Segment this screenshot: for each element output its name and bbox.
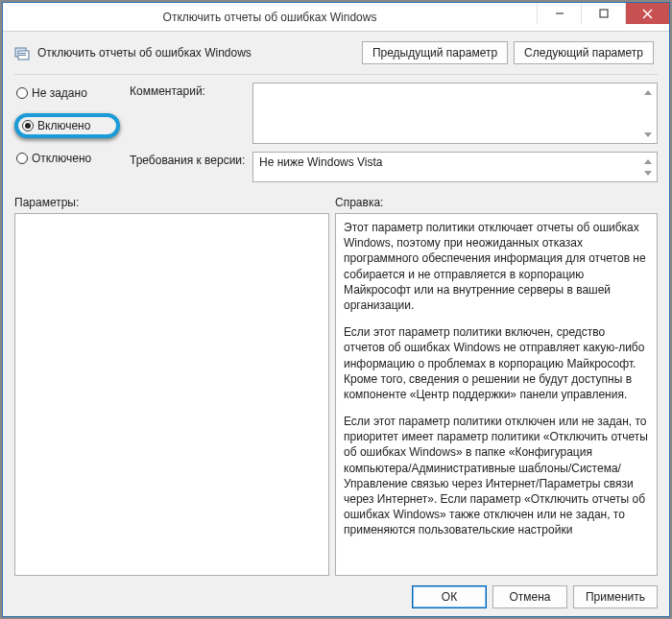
policy-title: Отключить отчеты об ошибках Windows (37, 46, 354, 60)
radio-icon (22, 120, 34, 131)
dialog-footer: ОК Отмена Применить (14, 576, 658, 608)
svg-rect-1 (600, 10, 608, 17)
content-area: Отключить отчеты об ошибках Windows Пред… (3, 32, 669, 616)
scroll-down-icon[interactable] (641, 128, 655, 141)
help-label: Справка: (335, 196, 383, 209)
previous-setting-button[interactable]: Предыдущий параметр (362, 41, 508, 64)
radio-icon (16, 87, 28, 99)
policy-editor-window: Отключить отчеты об ошибках Windows Откл… (2, 2, 670, 617)
comment-input[interactable] (252, 83, 658, 144)
close-button[interactable] (625, 3, 669, 24)
help-pane: Этот параметр политики отключает отчеты … (335, 213, 658, 576)
svg-rect-7 (19, 55, 26, 56)
nav-buttons: Предыдущий параметр Следующий параметр (362, 41, 654, 64)
titlebar: Отключить отчеты об ошибках Windows (3, 3, 669, 32)
requirements-display: Не ниже Windows Vista (252, 152, 658, 182)
comment-label: Комментарий: (130, 83, 247, 144)
policy-icon (14, 45, 30, 60)
panes-row: Этот параметр политики отключает отчеты … (14, 213, 658, 576)
minimize-button[interactable] (537, 3, 581, 24)
svg-rect-6 (19, 53, 26, 54)
scroll-up-icon[interactable] (641, 85, 655, 99)
help-paragraph: Если этот параметр политики отключен или… (344, 414, 649, 538)
state-radio-group: Не задано Включено Отключено (14, 83, 120, 182)
cancel-button[interactable]: Отмена (492, 585, 567, 608)
radio-disabled[interactable]: Отключено (14, 150, 120, 167)
help-paragraph: Этот параметр политики отключает отчеты … (344, 220, 649, 313)
radio-label: Отключено (32, 152, 91, 165)
window-controls (537, 3, 669, 31)
requirements-value: Не ниже Windows Vista (259, 155, 383, 169)
header-row: Отключить отчеты об ошибках Windows Пред… (14, 41, 658, 64)
divider (14, 74, 658, 75)
window-title: Отключить отчеты об ошибках Windows (3, 11, 537, 24)
radio-enabled[interactable]: Включено (14, 113, 120, 138)
parameters-label: Параметры: (14, 196, 335, 209)
radio-label: Включено (37, 119, 90, 132)
comment-row: Комментарий: (130, 83, 658, 144)
parameters-pane (14, 213, 329, 576)
maximize-button[interactable] (581, 3, 625, 24)
apply-button[interactable]: Применить (573, 585, 658, 608)
requirements-label: Требования к версии: (130, 152, 247, 182)
radio-not-configured[interactable]: Не задано (14, 84, 120, 102)
radio-label: Не задано (32, 86, 87, 100)
config-row: Не задано Включено Отключено Комментарий… (14, 83, 658, 182)
fields-column: Комментарий: Требования к версии: (130, 83, 658, 182)
ok-button[interactable]: ОК (412, 585, 487, 608)
help-paragraph: Если этот параметр политики включен, сре… (344, 324, 649, 402)
section-labels: Параметры: Справка: (14, 196, 658, 209)
scroll-down-icon[interactable] (641, 166, 655, 179)
next-setting-button[interactable]: Следующий параметр (514, 41, 654, 64)
radio-icon (16, 153, 28, 164)
requirements-row: Требования к версии: Не ниже Windows Vis… (130, 152, 658, 182)
